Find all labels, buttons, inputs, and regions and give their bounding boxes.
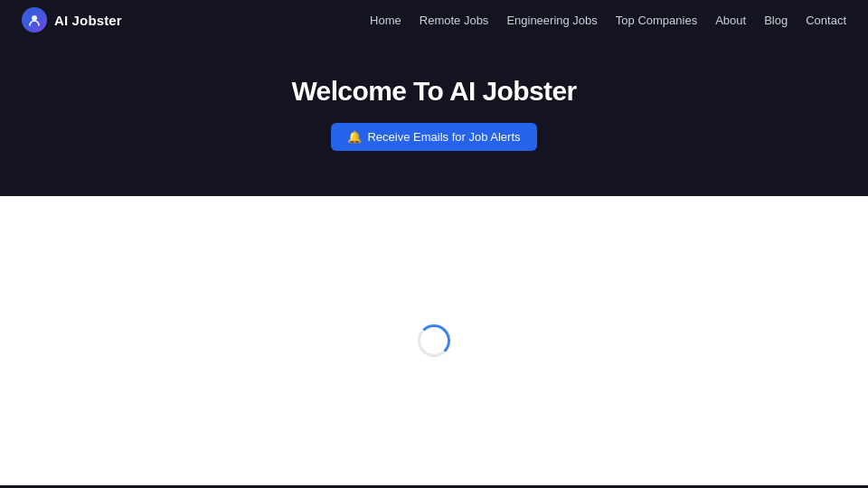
navbar: AI Jobster Home Remote Jobs Engineering … bbox=[0, 0, 868, 40]
nav-item-contact[interactable]: Contact bbox=[806, 14, 846, 27]
content-area bbox=[0, 196, 868, 485]
hero-section: Welcome To AI Jobster 🔔 Receive Emails f… bbox=[0, 40, 868, 196]
brand-link[interactable]: AI Jobster bbox=[22, 7, 122, 33]
nav-item-top-companies[interactable]: Top Companies bbox=[616, 14, 697, 27]
nav-item-blog[interactable]: Blog bbox=[764, 14, 788, 27]
brand-logo-icon bbox=[22, 7, 47, 33]
nav-item-home[interactable]: Home bbox=[370, 14, 401, 27]
job-alerts-button[interactable]: 🔔 Receive Emails for Job Alerts bbox=[331, 123, 536, 151]
loading-spinner bbox=[418, 324, 450, 357]
job-alerts-label: Receive Emails for Job Alerts bbox=[367, 130, 520, 144]
nav-links: Home Remote Jobs Engineering Jobs Top Co… bbox=[370, 12, 846, 28]
nav-item-remote-jobs[interactable]: Remote Jobs bbox=[420, 14, 489, 27]
nav-item-about[interactable]: About bbox=[715, 14, 746, 27]
svg-point-0 bbox=[32, 15, 37, 21]
nav-item-engineering-jobs[interactable]: Engineering Jobs bbox=[506, 14, 597, 27]
hero-title: Welcome To AI Jobster bbox=[291, 76, 576, 107]
bell-icon: 🔔 bbox=[347, 130, 362, 144]
brand-name: AI Jobster bbox=[54, 13, 122, 28]
